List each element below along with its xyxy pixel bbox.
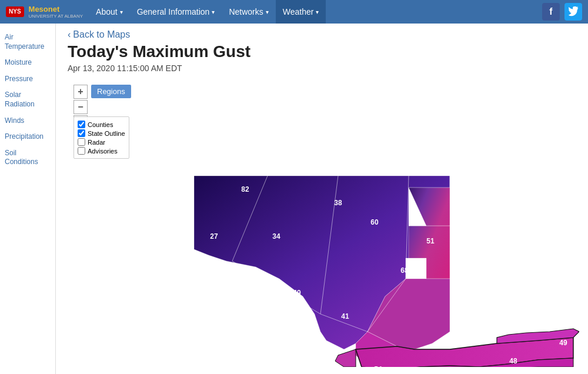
sidebar-item-air-temperature[interactable]: Air Temperature bbox=[0, 29, 55, 55]
weather-caret: ▾ bbox=[316, 9, 319, 15]
sidebar-item-moisture[interactable]: Moisture bbox=[0, 55, 55, 71]
svg-text:54: 54 bbox=[374, 365, 382, 367]
zoom-out-button[interactable]: − bbox=[74, 100, 88, 114]
logo-box: NYS bbox=[6, 6, 24, 17]
about-caret: ▾ bbox=[120, 9, 123, 15]
logo-area: NYS Mesonet UNIVERSITY AT ALBANY bbox=[6, 5, 83, 19]
twitter-icon[interactable] bbox=[564, 3, 582, 21]
logo-sub: UNIVERSITY AT ALBANY bbox=[29, 14, 83, 19]
sidebar: Air Temperature Moisture Pressure Solar … bbox=[0, 24, 56, 374]
svg-text:48: 48 bbox=[509, 357, 517, 365]
navbar: NYS Mesonet UNIVERSITY AT ALBANY About ▾… bbox=[0, 0, 588, 24]
zoom-in-button[interactable]: + bbox=[74, 85, 88, 99]
logo-nys: NYS bbox=[9, 8, 21, 15]
main-content: ‹ Back to Maps Today's Maximum Gust Apr … bbox=[56, 24, 588, 374]
sidebar-item-pressure[interactable]: Pressure bbox=[0, 71, 55, 88]
svg-text:68: 68 bbox=[400, 266, 409, 275]
counties-checkbox[interactable] bbox=[78, 121, 85, 128]
map-svg: 82 38 60 51 68 27 34 49 41 54 43 53 43 4… bbox=[68, 79, 579, 367]
back-to-maps-link[interactable]: ‹ Back to Maps bbox=[68, 29, 130, 40]
layer-advisories[interactable]: Advisories bbox=[78, 147, 125, 155]
navbar-right: f bbox=[542, 3, 582, 21]
page-layout: Air Temperature Moisture Pressure Solar … bbox=[0, 24, 588, 374]
svg-text:38: 38 bbox=[334, 199, 342, 207]
svg-text:49: 49 bbox=[559, 339, 567, 347]
sidebar-item-winds[interactable]: Winds bbox=[0, 113, 55, 129]
layer-radar[interactable]: Radar bbox=[78, 138, 125, 146]
facebook-icon[interactable]: f bbox=[542, 3, 560, 21]
nav-about[interactable]: About ▾ bbox=[89, 0, 130, 24]
page-timestamp: Apr 13, 2020 11:15:00 AM EDT bbox=[68, 64, 579, 73]
nav-networks[interactable]: Networks ▾ bbox=[222, 0, 275, 24]
general-info-caret: ▾ bbox=[212, 9, 215, 15]
state-outline-checkbox[interactable] bbox=[78, 129, 85, 137]
layer-state-outline[interactable]: State Outline bbox=[78, 129, 125, 137]
logo-mesonet: Mesonet bbox=[29, 5, 83, 14]
sidebar-item-soil-conditions[interactable]: Soil Conditions bbox=[0, 145, 55, 171]
svg-text:27: 27 bbox=[210, 232, 218, 241]
chevron-left-icon: ‹ bbox=[68, 29, 71, 40]
svg-text:60: 60 bbox=[370, 218, 379, 226]
nav-weather[interactable]: Weather ▾ bbox=[276, 0, 326, 24]
map-container: 82 38 60 51 68 27 34 49 41 54 43 53 43 4… bbox=[68, 79, 579, 367]
regions-button[interactable]: Regions bbox=[91, 85, 131, 98]
svg-text:49: 49 bbox=[293, 289, 301, 297]
sidebar-item-solar-radiation[interactable]: Solar Radiation bbox=[0, 87, 55, 112]
layer-counties[interactable]: Counties bbox=[78, 121, 125, 128]
layer-controls: Counties State Outline Radar Advisories bbox=[74, 116, 129, 159]
navbar-left: NYS Mesonet UNIVERSITY AT ALBANY About ▾… bbox=[6, 0, 326, 24]
nav-general-info[interactable]: General Information ▾ bbox=[130, 0, 222, 24]
svg-text:34: 34 bbox=[272, 232, 280, 241]
page-title: Today's Maximum Gust bbox=[68, 42, 579, 61]
svg-text:41: 41 bbox=[341, 312, 349, 320]
svg-marker-1 bbox=[409, 176, 450, 279]
sidebar-item-precipitation[interactable]: Precipitation bbox=[0, 129, 55, 145]
advisories-checkbox[interactable] bbox=[78, 147, 85, 155]
svg-text:82: 82 bbox=[241, 185, 249, 193]
svg-text:51: 51 bbox=[426, 237, 435, 245]
radar-checkbox[interactable] bbox=[78, 138, 85, 146]
networks-caret: ▾ bbox=[266, 9, 269, 15]
